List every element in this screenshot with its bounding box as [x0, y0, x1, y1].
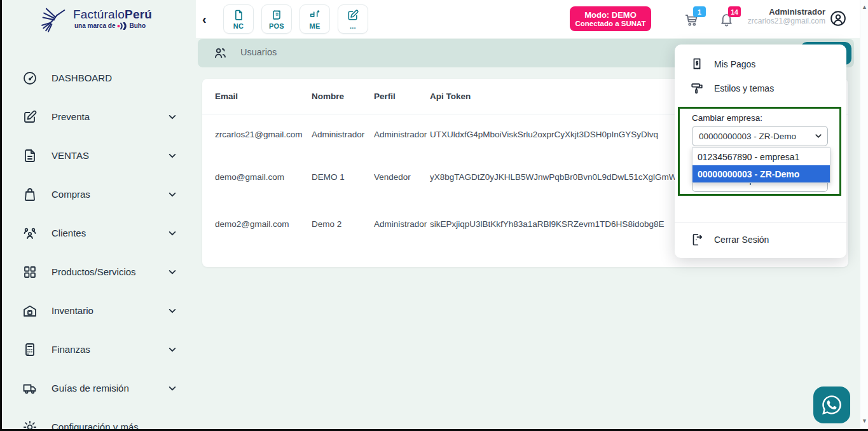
notifications-button[interactable]: 14: [719, 11, 734, 27]
mode-badge-line2: Conectado a SUNAT: [570, 20, 651, 27]
user-info[interactable]: Administrador zrcarlos21@gmail.com: [748, 7, 825, 25]
column-header-perfil: Perfil: [374, 92, 430, 101]
shopping-bag-icon: [22, 187, 38, 202]
sidebar-item-label: Guías de remisión: [52, 383, 168, 393]
change-company-label: Cambiar empresa:: [692, 113, 762, 123]
page-scrollbar[interactable]: ▲ ▼: [860, 0, 868, 429]
scroll-up-arrow[interactable]: ▲: [860, 4, 868, 10]
sidebar: FactúraloPerú una marca de Buho DASHBOAR…: [2, 0, 196, 429]
chevron-down-icon: [168, 229, 177, 238]
sidebar-item-label: Compras: [52, 189, 168, 200]
credit-note-icon: [232, 9, 245, 22]
truck-icon: [22, 381, 38, 396]
cell-nombre: DEMO 1: [312, 172, 374, 182]
sidebar-item-clientes[interactable]: Clientes: [2, 214, 196, 252]
user-menu-panel: Mis Pagos Estilos y temas Cambiar empres…: [675, 44, 846, 258]
cell-nombre: Demo 2: [312, 219, 374, 229]
company-select[interactable]: 00000000003 - ZR-Demo: [692, 126, 828, 146]
sidebar-item-preventa[interactable]: Preventa: [2, 97, 196, 136]
more-documents-button[interactable]: ...: [338, 4, 368, 34]
gear-icon: [22, 420, 38, 431]
sidebar-item-guias[interactable]: Guías de remisión: [2, 369, 196, 407]
sidebar-collapse-button[interactable]: ‹: [202, 11, 207, 27]
sidebar-item-finanzas[interactable]: Finanzas: [2, 330, 196, 369]
menu-item-label: Estilos y temas: [714, 83, 774, 93]
company-option[interactable]: 01234567890 - empresa1: [692, 148, 830, 165]
change-company-section: Cambiar empresa: 00000000003 - ZR-Demo O…: [678, 107, 841, 196]
column-header-nombre: Nombre: [312, 92, 374, 101]
pos-button[interactable]: POS: [261, 4, 292, 34]
menu-item-estilos-temas[interactable]: Estilos y temas: [675, 76, 846, 100]
brand-name: Factúralo: [73, 8, 125, 21]
warehouse-icon: [22, 303, 38, 318]
edit-icon: [347, 9, 359, 22]
scroll-down-arrow[interactable]: ▼: [860, 418, 868, 424]
clients-icon: [22, 226, 38, 241]
pos-button-label: POS: [269, 22, 284, 30]
company-option-selected[interactable]: 00000000003 - ZR-Demo: [692, 165, 830, 182]
brand-logo[interactable]: FactúraloPerú una marca de Buho: [2, 0, 196, 37]
chevron-down-icon: [168, 268, 177, 277]
buho-mark-icon: [117, 22, 127, 30]
menu-item-label: Cerrar Sesión: [714, 235, 769, 245]
menu-item-mis-pagos[interactable]: Mis Pagos: [675, 52, 846, 76]
brand-text: FactúraloPerú una marca de Buho: [73, 8, 152, 30]
paint-roller-icon: [690, 81, 704, 95]
sidebar-item-label: Clientes: [52, 228, 168, 238]
chevron-down-icon: [815, 132, 822, 140]
cell-perfil: Administrador: [374, 130, 430, 139]
column-header-email: Email: [215, 92, 312, 101]
sidebar-item-label: Finanzas: [52, 344, 168, 355]
calculator-icon: [22, 342, 38, 357]
cart-button[interactable]: 1: [684, 11, 700, 28]
dashboard-icon: [22, 71, 38, 86]
me-button[interactable]: ME: [300, 4, 330, 34]
more-documents-button-label: ...: [350, 22, 356, 30]
brand-tagline-brand: Buho: [129, 22, 146, 29]
nc-button[interactable]: NC: [223, 4, 254, 34]
sidebar-item-configuracion[interactable]: Configuración y más: [2, 407, 196, 431]
sidebar-item-label: DASHBOARD: [52, 72, 177, 83]
sidebar-item-label: Productos/Servicios: [52, 266, 168, 277]
sidebar-item-label: VENTAS: [52, 150, 168, 161]
sidebar-item-label: Configuración y más: [52, 421, 177, 431]
chevron-down-icon: [168, 306, 177, 315]
cell-email: demo@gmail.com: [215, 172, 312, 182]
chevron-down-icon: [168, 190, 177, 199]
grid-icon: [22, 264, 38, 280]
sidebar-item-dashboard[interactable]: DASHBOARD: [2, 58, 196, 97]
sidebar-item-ventas[interactable]: VENTAS: [2, 136, 196, 175]
me-button-label: ME: [310, 22, 320, 30]
sidebar-item-productos[interactable]: Productos/Servicios: [2, 252, 196, 291]
edit-icon: [22, 109, 38, 125]
brand-name-bold: Perú: [125, 8, 152, 21]
chevron-down-icon: [168, 384, 177, 393]
user-email: zrcarlos21@gmail.com: [748, 17, 825, 25]
sidebar-item-compras[interactable]: Compras: [2, 175, 196, 214]
topbar: ‹ NC POS ME ... Modo: DEMO Conectado a S…: [196, 0, 862, 38]
users-icon: [213, 46, 228, 60]
whatsapp-button[interactable]: [813, 387, 850, 423]
chevron-down-icon: [168, 151, 177, 160]
sidebar-item-label: Inventario: [52, 305, 168, 316]
chevron-down-icon: [168, 113, 177, 121]
brand-tagline: una marca de: [74, 22, 115, 29]
cell-nombre: Administrador: [312, 130, 374, 139]
cart-count-badge: 1: [693, 6, 706, 17]
mode-badge: Modo: DEMO Conectado a SUNAT: [570, 6, 651, 31]
notifications-count-badge: 14: [728, 6, 741, 17]
sidebar-item-label: Preventa: [52, 111, 168, 122]
cell-perfil: Vendedor: [374, 172, 430, 182]
menu-divider: [675, 222, 846, 223]
receipt-icon: [270, 9, 283, 22]
menu-item-label: Mis Pagos: [714, 59, 755, 69]
chevron-down-icon: [168, 345, 177, 354]
user-role: Administrador: [748, 7, 825, 17]
cell-email: demo2@gmail.com: [215, 219, 312, 229]
nc-button-label: NC: [233, 22, 244, 30]
document-icon: [22, 148, 38, 163]
avatar-icon[interactable]: [829, 10, 847, 27]
sidebar-item-inventario[interactable]: Inventario: [2, 291, 196, 330]
menu-item-cerrar-sesion[interactable]: Cerrar Sesión: [675, 228, 846, 252]
payments-receipt-icon: [690, 57, 704, 71]
